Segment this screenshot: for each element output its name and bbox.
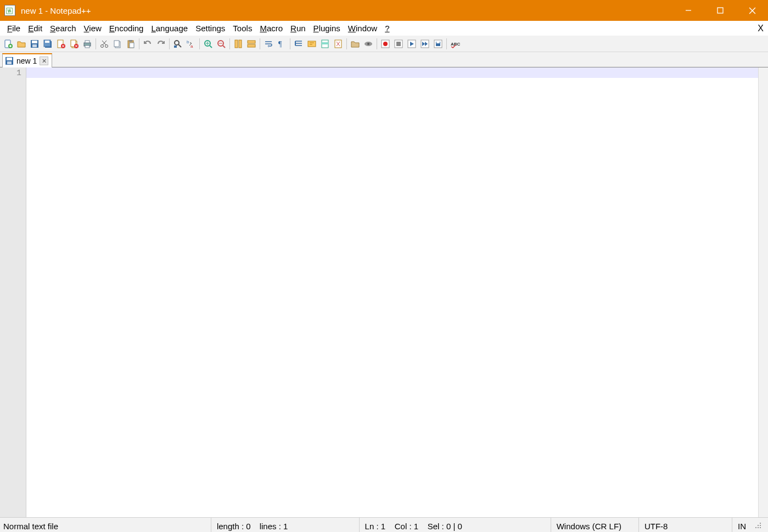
app-icon [4,5,15,16]
resize-grip[interactable] [755,522,763,530]
svg-rect-55 [717,8,723,13]
close-window-button[interactable] [736,0,768,21]
save-all-icon[interactable] [42,38,54,50]
record-macro-icon[interactable] [379,38,391,50]
document-tab-label: new 1 [16,56,37,65]
toolbar-separator [139,38,139,49]
menu-bar: FileEditSearchViewEncodingLanguageSettin… [0,21,768,36]
zoom-in-icon[interactable] [202,38,214,50]
user-lang-icon[interactable] [306,38,318,50]
current-line-highlight [26,67,758,78]
save-macro-icon[interactable] [432,38,444,50]
save-icon[interactable] [29,38,41,50]
status-lines: lines : 1 [260,522,288,531]
menu-encoding[interactable]: Encoding [105,21,148,36]
status-length: length : 0 [217,522,251,531]
main-toolbar [0,36,768,52]
menu-view[interactable]: View [80,21,105,36]
stop-macro-icon[interactable] [393,38,405,50]
minimize-button[interactable] [672,0,704,21]
close-tab-button[interactable]: ✕ [40,56,48,65]
spellcheck-icon[interactable] [449,38,461,50]
doc-map-icon[interactable] [319,38,331,50]
play-macro-icon[interactable] [406,38,418,50]
status-bar: Normal text file length : 0 lines : 1 Ln… [0,517,768,532]
zoom-out-icon[interactable] [215,38,227,50]
redo-icon[interactable] [155,38,167,50]
show-all-chars-icon[interactable] [276,38,288,50]
floppy-icon [5,56,14,65]
menu-window[interactable]: Window [344,21,381,36]
cut-icon[interactable] [98,38,110,50]
sync-h-icon[interactable] [245,38,257,50]
monitoring-icon[interactable] [362,38,374,50]
paste-icon[interactable] [125,38,137,50]
toolbar-separator [169,38,170,49]
title-bar: new 1 - Notepad++ [0,0,768,21]
menu-macro[interactable]: Macro [256,21,287,36]
status-insert-mode[interactable]: IN [732,518,752,532]
undo-icon[interactable] [142,38,154,50]
toolbar-separator [199,38,200,49]
menu-?[interactable]: ? [381,21,393,36]
menu-language[interactable]: Language [147,21,192,36]
new-file-icon[interactable] [2,38,14,50]
sync-v-icon[interactable] [232,38,244,50]
menu-run[interactable]: Run [287,21,310,36]
vertical-scrollbar[interactable] [758,67,768,517]
close-all-icon[interactable] [68,38,80,50]
line-number-gutter: 1 [0,67,26,517]
document-tab[interactable]: new 1 ✕ [2,53,52,67]
menu-edit[interactable]: Edit [24,21,46,36]
status-cursor: Ln : 1 Col : 1 Sel : 0 | 0 [365,522,462,531]
menu-plugins[interactable]: Plugins [310,21,344,36]
wordwrap-icon[interactable] [262,38,274,50]
menu-file[interactable]: File [3,21,24,36]
find-icon[interactable] [172,38,184,50]
window-title: new 1 - Notepad++ [21,6,91,15]
close-file-icon[interactable] [55,38,67,50]
copy-icon[interactable] [111,38,124,50]
toolbar-separator [229,38,230,49]
menu-tools[interactable]: Tools [229,21,256,36]
toolbar-separator [377,38,377,49]
document-tab-strip: new 1 ✕ [0,52,768,67]
editor-area: 1 [0,67,768,517]
status-filetype: Normal text file [2,518,211,532]
menu-search[interactable]: Search [46,21,80,36]
status-eol[interactable]: Windows (CR LF) [551,518,638,532]
toolbar-separator [260,38,260,49]
func-list-icon[interactable] [332,38,344,50]
toolbar-separator [346,38,347,49]
print-icon[interactable] [81,38,93,50]
toolbar-separator [290,38,290,49]
indent-guide-icon[interactable] [293,38,305,50]
status-encoding[interactable]: UTF-8 [638,518,732,532]
replace-icon[interactable] [185,38,197,50]
text-editor[interactable] [26,67,758,517]
line-number: 1 [0,69,21,78]
maximize-button[interactable] [704,0,736,21]
play-multi-icon[interactable] [419,38,431,50]
folder-workspace-icon[interactable] [349,38,361,50]
toolbar-separator [96,38,96,49]
menu-settings[interactable]: Settings [192,21,229,36]
open-file-icon[interactable] [15,38,27,50]
close-document-button[interactable]: X [758,24,764,33]
toolbar-separator [446,38,447,49]
